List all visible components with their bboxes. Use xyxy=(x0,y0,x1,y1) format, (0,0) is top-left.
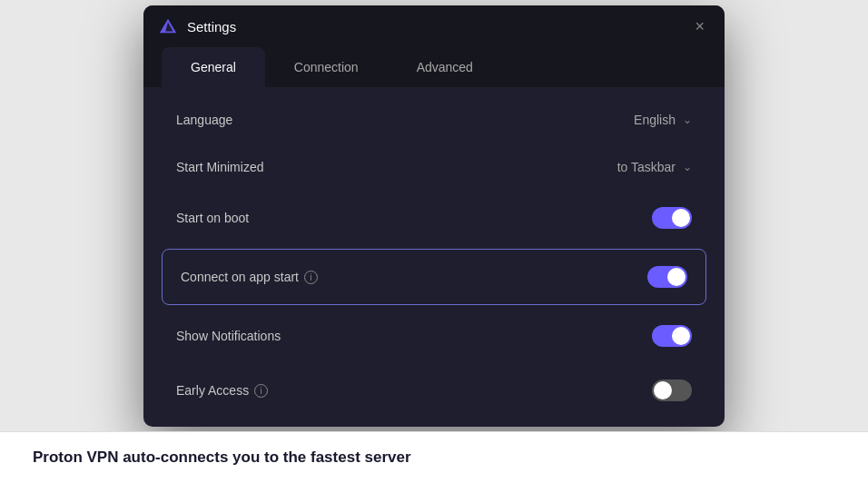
language-label: Language xyxy=(176,113,232,127)
connect-on-app-start-toggle[interactable] xyxy=(647,266,687,288)
row-start-minimized: Start Minimized to Taskbar ⌄ xyxy=(143,143,725,191)
toggle-knob xyxy=(672,327,690,345)
tab-general[interactable]: General xyxy=(162,47,265,87)
info-icon: i xyxy=(254,384,268,398)
row-early-access: Early Access i xyxy=(143,363,725,418)
start-minimized-label: Start Minimized xyxy=(176,160,263,174)
language-value[interactable]: English ⌄ xyxy=(634,113,692,127)
row-connect-on-app-start: Connect on app start i xyxy=(162,249,706,305)
title-bar: Settings × xyxy=(143,5,725,47)
start-on-boot-toggle[interactable] xyxy=(652,207,692,229)
toggle-knob xyxy=(667,268,686,286)
chevron-down-icon: ⌄ xyxy=(683,113,692,126)
chevron-down-icon: ⌄ xyxy=(683,161,692,173)
row-language: Language English ⌄ xyxy=(143,96,725,143)
toggle-knob xyxy=(672,209,690,227)
caption-text: Proton VPN auto-connects you to the fast… xyxy=(33,448,411,467)
toggle-knob xyxy=(654,381,672,399)
start-minimized-value[interactable]: to Taskbar ⌄ xyxy=(617,160,692,174)
tabs-bar: General Connection Advanced xyxy=(143,47,725,87)
window-title: Settings xyxy=(187,19,236,34)
early-access-toggle[interactable] xyxy=(652,380,692,401)
info-icon: i xyxy=(304,271,318,284)
show-notifications-label: Show Notifications xyxy=(176,329,281,343)
title-bar-left: Settings xyxy=(158,16,236,36)
tab-advanced[interactable]: Advanced xyxy=(388,47,502,87)
screenshot-wrapper: Settings × General Connection Advanced L… xyxy=(0,0,868,483)
start-on-boot-label: Start on boot xyxy=(176,211,249,225)
show-notifications-toggle[interactable] xyxy=(652,325,692,347)
row-show-notifications: Show Notifications xyxy=(143,309,725,363)
vpn-logo-icon xyxy=(158,16,178,36)
row-start-on-boot: Start on boot xyxy=(143,191,725,245)
connect-on-app-start-label: Connect on app start i xyxy=(181,270,318,284)
settings-body: Language English ⌄ Start Minimized to Ta… xyxy=(143,87,725,427)
close-button[interactable]: × xyxy=(689,16,710,36)
tab-connection[interactable]: Connection xyxy=(265,47,388,87)
settings-window: Settings × General Connection Advanced L… xyxy=(143,5,725,427)
caption-bar: Proton VPN auto-connects you to the fast… xyxy=(0,431,868,483)
early-access-label: Early Access i xyxy=(176,383,268,398)
